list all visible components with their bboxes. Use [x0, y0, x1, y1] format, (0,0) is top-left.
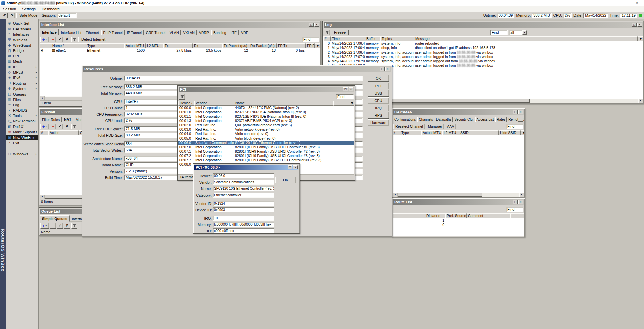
- find-box[interactable]: Find: [302, 37, 319, 42]
- disable-button[interactable]: ✗: [64, 223, 70, 229]
- sidebar-item[interactable]: ◇ MPLS ►: [6, 70, 38, 75]
- sidebar-item[interactable]: ◈ IPv6 ►: [6, 75, 38, 80]
- capsman-action-button[interactable]: AAA: [445, 124, 456, 129]
- log-row[interactable]: 0 May/14/2022 17:06:41 memory system, in…: [323, 41, 643, 46]
- column-select-icon[interactable]: ▼: [638, 36, 643, 41]
- restore-icon[interactable]: □: [513, 200, 518, 204]
- scroll-right-icon[interactable]: ►: [638, 99, 643, 103]
- resources-button[interactable]: USB: [368, 90, 389, 97]
- pci-row[interactable]: 00:07.0 Intel Corporation 82801I (ICH9 F…: [178, 145, 354, 149]
- sidebar-item[interactable]: ⇉ Routing ►: [6, 80, 38, 86]
- detect-internet-button[interactable]: Detect Internet: [78, 37, 108, 42]
- find-box[interactable]: Find: [506, 207, 523, 212]
- tab[interactable]: VLAN: [168, 30, 181, 35]
- resources-button[interactable]: RPS: [368, 112, 389, 119]
- tab[interactable]: LTE: [229, 30, 239, 35]
- sidebar-item[interactable]: ⚙ System ►: [6, 86, 38, 91]
- redo-icon[interactable]: ↷: [9, 13, 15, 18]
- route-table-header[interactable]: Distance Pref. Source Comment: [393, 213, 524, 218]
- tab[interactable]: Interface: [40, 29, 59, 35]
- filter-icon[interactable]: [179, 94, 185, 100]
- tab[interactable]: Filter Rules: [40, 117, 62, 122]
- pci-detail-titlebar[interactable]: PCI <00:06.0> □ ×: [194, 165, 298, 170]
- resources-titlebar[interactable]: Resources □ ×: [83, 66, 391, 72]
- sidebar-item[interactable]: ◧ Dot1X: [6, 124, 38, 129]
- restore-icon[interactable]: □: [380, 67, 385, 71]
- log-row[interactable]: 1 May/14/2022 17:06:42 memory dhcp, info…: [323, 46, 643, 50]
- remove-button[interactable]: −: [50, 37, 56, 42]
- pci-row[interactable]: 00:05.0 Red Hat, Inc. Virtio block devic…: [178, 136, 354, 141]
- remove-button[interactable]: −: [50, 124, 56, 129]
- scroll-left-icon[interactable]: ◄: [40, 195, 44, 199]
- log-topic-filter[interactable]: all ▼: [509, 30, 527, 35]
- tab[interactable]: IP Tunnel: [125, 30, 144, 35]
- remove-button[interactable]: −: [50, 223, 56, 229]
- log-row[interactable]: 4 May/14/2022 17:07:05 memory system, in…: [323, 59, 643, 63]
- enable-button[interactable]: ✓: [57, 37, 63, 42]
- tab[interactable]: Ethernet: [84, 30, 101, 35]
- log-row[interactable]: 3 May/14/2022 17:07:04 memory system, in…: [323, 55, 643, 59]
- resources-button[interactable]: Hardware: [368, 119, 389, 126]
- tab[interactable]: VRRP: [197, 30, 211, 35]
- pci-row[interactable]: 00:07.7 Intel Corporation 82801I (ICH9 F…: [178, 158, 354, 162]
- pci-row[interactable]: 00:01.3 Intel Corporation 82371AB/EB/MB …: [178, 119, 354, 123]
- capsman-action-button[interactable]: Manager: [426, 124, 444, 129]
- sidebar-item[interactable]: ⚒ Tools ►: [6, 113, 38, 118]
- resources-button[interactable]: IRQ: [368, 105, 389, 111]
- tab[interactable]: Access List: [475, 117, 495, 122]
- sidebar-item[interactable]: ◆ WireGuard: [6, 43, 38, 48]
- menu-item[interactable]: Dashboard: [39, 7, 63, 11]
- restore-icon[interactable]: □: [513, 110, 518, 114]
- safe-mode-button[interactable]: Safe Mode: [16, 13, 40, 18]
- column-select-icon[interactable]: ▼: [521, 130, 524, 135]
- sidebar-item[interactable]: ▣ IP ►: [6, 64, 38, 70]
- tab[interactable]: VXLAN: [181, 30, 196, 35]
- pci-row[interactable]: 00:01.0 Intel Corporation 82371SB PIIX3 …: [178, 110, 354, 114]
- menu-item[interactable]: Session: [0, 7, 19, 11]
- add-button[interactable]: +▼: [40, 223, 49, 229]
- find-box[interactable]: Find: [336, 94, 354, 99]
- close-icon[interactable]: ×: [349, 87, 353, 91]
- horizontal-scrollbar[interactable]: ◄ ►: [393, 193, 524, 197]
- scroll-left-icon[interactable]: ◄: [393, 193, 397, 197]
- tab[interactable]: GRE Tunnel: [144, 30, 167, 35]
- column-select-icon[interactable]: ▼: [315, 43, 320, 48]
- pci-table-header[interactable]: Device / Vendor Name ▼: [178, 101, 354, 106]
- sidebar-item[interactable]: ◐ RADIUS: [6, 108, 38, 113]
- column-select-icon[interactable]: ▼: [349, 101, 354, 106]
- filter-icon[interactable]: [71, 223, 77, 229]
- sidebar-item[interactable]: ▦ Mesh: [6, 59, 38, 64]
- close-icon[interactable]: ×: [293, 165, 298, 169]
- ok-button[interactable]: OK: [275, 177, 296, 183]
- log-table-header[interactable]: # Time Buffer Topics Message ▼: [323, 36, 643, 41]
- sidebar-item[interactable]: ◎ CAPsMAN: [6, 26, 38, 32]
- close-icon[interactable]: ×: [637, 23, 642, 27]
- restore-icon[interactable]: □: [632, 23, 637, 27]
- capsman-table[interactable]: [393, 135, 524, 193]
- tab[interactable]: Channels: [417, 117, 434, 122]
- sidebar-item[interactable]: >_ New Terminal: [6, 118, 38, 124]
- restore-icon[interactable]: □: [343, 87, 348, 91]
- tab[interactable]: Interface List: [59, 30, 83, 35]
- pci-row[interactable]: 00:04.0 Red Hat, Inc. Virtio console (re…: [178, 132, 354, 136]
- filter-icon[interactable]: [71, 124, 77, 129]
- close-icon[interactable]: ×: [385, 67, 390, 71]
- sidebar-item[interactable]: Ψ Wireless: [6, 37, 38, 43]
- log-titlebar[interactable]: Log □ ×: [324, 22, 643, 28]
- close-icon[interactable]: ×: [314, 23, 319, 27]
- route-table[interactable]: 1 0: [393, 218, 524, 236]
- sidebar-item[interactable]: □ Windows ►: [6, 151, 38, 157]
- close-icon[interactable]: ×: [630, 0, 644, 6]
- restore-icon[interactable]: □: [309, 23, 314, 27]
- tab[interactable]: Configurations: [393, 117, 417, 122]
- session-input[interactable]: default: [57, 13, 77, 18]
- find-box[interactable]: Find: [506, 124, 523, 129]
- close-icon[interactable]: ×: [518, 200, 523, 204]
- pci-row[interactable]: 00:07.2 Intel Corporation 82801I (ICH9 F…: [178, 154, 354, 158]
- tab[interactable]: Simple Queues: [40, 215, 70, 222]
- tab[interactable]: Rates: [495, 117, 507, 122]
- add-button[interactable]: +▼: [40, 124, 49, 129]
- tab[interactable]: NAT: [62, 116, 73, 122]
- resources-button[interactable]: CPU: [368, 97, 389, 104]
- restore-icon[interactable]: □: [288, 165, 292, 169]
